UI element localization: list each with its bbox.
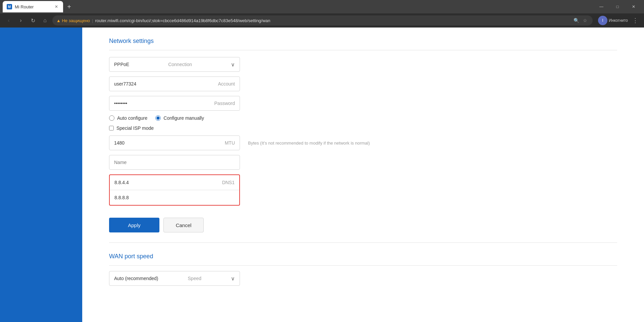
configure-options-row: Auto configure Configure manually bbox=[109, 115, 411, 121]
url-right-icons: 🔍 ☆ bbox=[573, 17, 589, 24]
dns-row: 8.8.4.4 DNS1 bbox=[109, 174, 411, 210]
account-field: Account bbox=[109, 76, 240, 91]
connection-type-row: PPPoE Connection ∨ bbox=[109, 57, 411, 72]
tab-title: Mi Router bbox=[15, 4, 51, 9]
minimize-button[interactable]: — bbox=[594, 0, 609, 13]
security-warning-icon: ▲ Не защищено bbox=[56, 18, 90, 23]
dns-box: 8.8.4.4 DNS1 bbox=[109, 174, 240, 206]
network-settings-title: Network settings bbox=[109, 38, 617, 50]
speed-value: Auto (recommended) bbox=[114, 276, 158, 281]
url-bar[interactable]: ▲ Не защищено | router.miwifi.com/cgi-bi… bbox=[52, 15, 593, 25]
special-isp-checkbox[interactable] bbox=[109, 126, 114, 130]
mtu-input[interactable] bbox=[114, 140, 225, 146]
cancel-button[interactable]: Cancel bbox=[163, 218, 204, 232]
network-settings-form: PPPoE Connection ∨ Account bbox=[109, 57, 411, 243]
wan-port-speed-title: WAN port speed bbox=[109, 253, 617, 266]
tab-close-button[interactable]: ✕ bbox=[54, 4, 59, 9]
section-divider bbox=[109, 243, 617, 243]
button-row: Apply Cancel bbox=[109, 218, 411, 232]
page-content: Network settings PPPoE Connection ∨ bbox=[82, 28, 644, 322]
mtu-field: MTU bbox=[109, 136, 240, 150]
back-button[interactable]: ‹ bbox=[4, 16, 13, 25]
browser-frame: M Mi Router ✕ + — □ ✕ ‹ › ↻ ⌂ ▲ Не защищ… bbox=[0, 0, 644, 28]
url-text: router.miwifi.com/cgi-bin/luci/;stok=cbc… bbox=[95, 18, 270, 23]
bookmark-icon[interactable]: ☆ bbox=[582, 17, 589, 24]
tab-favicon: M bbox=[7, 4, 12, 9]
configure-manually-option[interactable]: Configure manually bbox=[155, 115, 204, 121]
dns1-value: 8.8.4.4 bbox=[114, 180, 129, 185]
connection-label: Connection bbox=[168, 62, 192, 67]
account-input[interactable] bbox=[114, 81, 218, 87]
address-bar: ‹ › ↻ ⌂ ▲ Не защищено | router.miwifi.co… bbox=[0, 13, 644, 28]
sidebar bbox=[0, 28, 82, 322]
connection-type-value: PPPoE bbox=[114, 62, 129, 67]
apply-button[interactable]: Apply bbox=[109, 218, 159, 232]
window-controls: — □ ✕ bbox=[594, 0, 641, 13]
password-input[interactable] bbox=[114, 101, 214, 106]
name-field bbox=[109, 155, 240, 170]
auto-configure-label: Auto configure bbox=[117, 115, 147, 121]
special-isp-option[interactable]: Special ISP mode bbox=[109, 125, 154, 131]
connection-dropdown-arrow-icon: ∨ bbox=[231, 61, 235, 68]
reload-button[interactable]: ↻ bbox=[28, 16, 38, 25]
password-label: Password bbox=[214, 101, 235, 106]
connection-type-dropdown[interactable]: PPPoE Connection ∨ bbox=[109, 57, 240, 72]
profile-label: Инкогнито bbox=[609, 18, 628, 23]
speed-label: Speed bbox=[188, 276, 201, 281]
forward-button[interactable]: › bbox=[16, 16, 26, 25]
network-settings-section: Network settings PPPoE Connection ∨ bbox=[82, 38, 644, 243]
dns1-label: DNS1 bbox=[222, 180, 235, 185]
auto-configure-radio[interactable] bbox=[109, 115, 114, 121]
mtu-hint: Bytes (It's not recommended to modify if… bbox=[248, 141, 370, 146]
dns2-row bbox=[110, 190, 239, 205]
url-separator: | bbox=[92, 18, 93, 23]
wan-port-speed-section: WAN port speed Auto (recommended) Speed … bbox=[82, 253, 644, 286]
account-label: Account bbox=[218, 81, 235, 87]
main-layout: Network settings PPPoE Connection ∨ bbox=[0, 28, 644, 322]
home-button[interactable]: ⌂ bbox=[40, 16, 50, 25]
profile-icon[interactable]: I bbox=[598, 16, 607, 25]
name-input[interactable] bbox=[114, 160, 235, 165]
dns2-input[interactable] bbox=[114, 195, 235, 200]
configure-manually-radio[interactable] bbox=[155, 115, 161, 121]
close-button[interactable]: ✕ bbox=[626, 0, 641, 13]
configure-manually-label: Configure manually bbox=[163, 115, 204, 121]
more-options-button[interactable]: ⋮ bbox=[631, 16, 640, 25]
maximize-button[interactable]: □ bbox=[610, 0, 625, 13]
password-row: Password bbox=[109, 96, 411, 111]
content-area: Network settings PPPoE Connection ∨ bbox=[82, 28, 644, 322]
active-tab[interactable]: M Mi Router ✕ bbox=[3, 1, 63, 12]
name-row bbox=[109, 155, 411, 170]
speed-row: Auto (recommended) Speed ∨ bbox=[109, 271, 617, 286]
auto-configure-option[interactable]: Auto configure bbox=[109, 115, 147, 121]
speed-dropdown[interactable]: Auto (recommended) Speed ∨ bbox=[109, 271, 240, 286]
profile-area: I Инкогнито bbox=[598, 16, 628, 25]
speed-dropdown-arrow-icon: ∨ bbox=[231, 275, 235, 282]
special-isp-row: Special ISP mode bbox=[109, 125, 411, 131]
password-field: Password bbox=[109, 96, 240, 111]
account-row: Account bbox=[109, 76, 411, 91]
mtu-label: MTU bbox=[225, 140, 235, 146]
mtu-row: MTU Bytes (It's not recommended to modif… bbox=[109, 136, 411, 150]
dns1-row: 8.8.4.4 DNS1 bbox=[110, 175, 239, 190]
new-tab-button[interactable]: + bbox=[64, 2, 74, 11]
tab-bar: M Mi Router ✕ + — □ ✕ bbox=[0, 0, 644, 13]
search-icon[interactable]: 🔍 bbox=[573, 17, 580, 24]
special-isp-label: Special ISP mode bbox=[116, 125, 154, 131]
